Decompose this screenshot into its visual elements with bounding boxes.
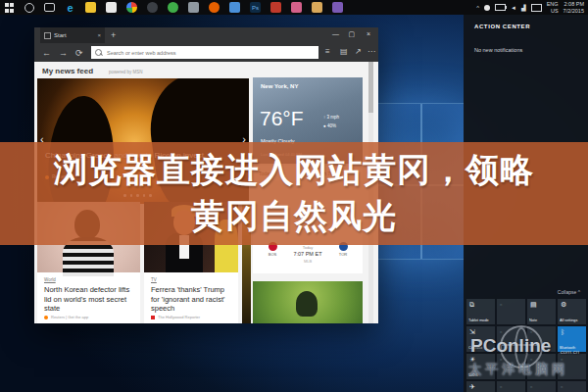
tab-start[interactable]: Start × [40, 27, 105, 43]
hub-icon[interactable]: ≡ [325, 47, 330, 56]
tile-unlabeled[interactable]: ▫ [527, 326, 556, 352]
weather-humidity: ● 40% [323, 123, 336, 128]
onedrive-icon[interactable] [484, 5, 490, 11]
share-icon[interactable]: ↗ [355, 47, 362, 56]
note-icon: ▤ [530, 301, 537, 309]
web-note-icon[interactable]: ▤ [340, 47, 348, 56]
refresh-icon[interactable]: ⟳ [75, 48, 83, 58]
taskbar: e Ps ^ ◄ ▟ ENG US 2:08 PM 7/2/2015 [0, 0, 588, 15]
close-button[interactable]: × [367, 30, 370, 37]
volume-icon[interactable]: ◄ [511, 5, 516, 11]
new-tab-button[interactable]: + [111, 30, 116, 40]
app-green-circle-icon[interactable] [168, 2, 178, 13]
humidity-icon: ● [323, 123, 326, 128]
weather-wind: ↑ 3 mph [323, 115, 339, 120]
tab-bar: Start × + — ▢ × [34, 27, 378, 43]
app-red-icon[interactable] [270, 2, 281, 13]
start-button-icon[interactable] [4, 2, 15, 13]
tile-airplane-mode[interactable]: ✈Airplane mode [466, 381, 495, 392]
quick-action-icon: ▫ [500, 328, 502, 335]
app-gray-icon[interactable] [188, 2, 199, 13]
quick-action-icon: ▫ [500, 356, 502, 363]
card-source-label: The Hollywood Reporter [158, 315, 200, 319]
forward-icon[interactable]: → [59, 48, 68, 58]
tray-date: 7/2/2015 [564, 8, 584, 14]
tile-brightness[interactable]: ☀100% [466, 354, 495, 379]
weather-temperature: 76°F [260, 107, 304, 130]
task-view-icon[interactable] [44, 3, 55, 12]
maximize-button[interactable]: ▢ [348, 30, 355, 38]
tile-connect[interactable]: ⇲Connect [466, 326, 495, 352]
wind-value: 3 mph [327, 115, 340, 120]
clock[interactable]: 2:08 PM 7/2/2015 [564, 1, 584, 14]
minimize-button[interactable]: — [332, 30, 339, 37]
collapse-chevron-icon: ^ [578, 289, 580, 295]
folder-icon[interactable] [312, 2, 322, 13]
league-label: MLB [253, 259, 363, 264]
airplane-icon: ✈ [469, 383, 475, 391]
tile-all-settings[interactable]: ⚙All settings [558, 299, 586, 324]
tile-unlabeled[interactable]: ▫ [558, 354, 586, 379]
card-title[interactable]: North Korean defector lifts lid on world… [44, 285, 134, 314]
tile-unlabeled[interactable]: ▫ [497, 299, 525, 324]
network-icon[interactable]: ▟ [521, 4, 526, 11]
hollywood-reporter-icon [151, 316, 155, 319]
gear-icon: ⚙ [561, 301, 566, 309]
headline-line1: 浏览器直接进入网站黄冈，领略 [0, 146, 588, 193]
quick-action-icon: ▫ [500, 301, 502, 308]
tile-unlabeled[interactable]: ▫ [497, 381, 525, 392]
tile-unlabeled[interactable]: ▫ [527, 381, 556, 392]
card-source-label: Reuters | Get the app [51, 315, 88, 319]
app-magenta-icon[interactable] [291, 2, 302, 13]
quick-action-icon: ▫ [530, 328, 532, 335]
tray-time: 2:08 PM [564, 1, 584, 7]
wind-icon: ↑ [323, 115, 325, 120]
collapse-link[interactable]: Collapse ^ [558, 289, 580, 295]
cortana-search-icon[interactable] [24, 3, 34, 13]
tile-unlabeled[interactable]: ▫ [558, 381, 586, 392]
address-bar[interactable] [91, 46, 318, 59]
quick-action-icon: ▫ [561, 356, 563, 363]
tile-unlabeled[interactable]: ▫ [497, 326, 525, 352]
golf-story-image[interactable] [253, 281, 363, 323]
app-violet-icon[interactable] [332, 2, 343, 13]
language-indicator[interactable]: ENG US [547, 1, 559, 14]
quick-action-icon: ▫ [530, 356, 532, 363]
app-dark-circle-icon[interactable] [147, 2, 158, 13]
chrome-icon[interactable] [126, 2, 137, 13]
card-category[interactable]: World [44, 277, 56, 282]
collapse-label: Collapse [558, 289, 576, 295]
action-center-title: ACTION CENTER [474, 24, 530, 29]
no-notifications-text: No new notifications [474, 47, 522, 53]
card-category[interactable]: TV [151, 277, 157, 282]
tab-close-icon[interactable]: × [97, 32, 101, 38]
language-line2: US [551, 8, 559, 14]
card-title[interactable]: Ferrera 'thanks' Trump for 'ignorant and… [151, 285, 233, 314]
touch-keyboard-icon[interactable] [531, 4, 542, 12]
scrollbar-thumb[interactable] [368, 62, 373, 113]
store-icon[interactable] [106, 2, 117, 13]
firefox-icon[interactable] [209, 2, 220, 13]
quick-actions-grid: ⧉Tablet mode ▫ ▤Note ⚙All settings ⇲Conn… [466, 299, 586, 392]
app-blue-icon[interactable] [229, 2, 240, 13]
photoshop-icon[interactable]: Ps [250, 2, 261, 13]
tile-bluetooth[interactable]: ᛒBluetooth [558, 326, 586, 352]
headline-overlay: 浏览器直接进入网站黄冈，领略 黄冈自然风光 [0, 142, 588, 245]
file-explorer-icon[interactable] [85, 2, 96, 13]
tray-chevron-icon[interactable]: ^ [476, 5, 479, 11]
feed-powered-by: powered by MSN [109, 70, 143, 74]
tile-unlabeled[interactable]: ▫ [527, 354, 556, 379]
battery-icon[interactable] [495, 4, 506, 11]
more-icon[interactable]: ⋯ [368, 47, 375, 56]
bluetooth-icon: ᛒ [561, 328, 564, 335]
back-icon[interactable]: ← [42, 48, 51, 58]
tile-unlabeled[interactable]: ▫ [497, 354, 525, 379]
tile-tablet-mode[interactable]: ⧉Tablet mode [466, 299, 495, 324]
search-input[interactable] [105, 49, 315, 57]
weather-location: New York, NY [261, 83, 298, 89]
tile-note[interactable]: ▤Note [527, 299, 556, 324]
golfer-silhouette [296, 291, 318, 317]
tab-favicon-icon [44, 32, 51, 39]
tablet-mode-icon: ⧉ [469, 301, 474, 309]
edge-icon[interactable]: e [65, 2, 75, 13]
